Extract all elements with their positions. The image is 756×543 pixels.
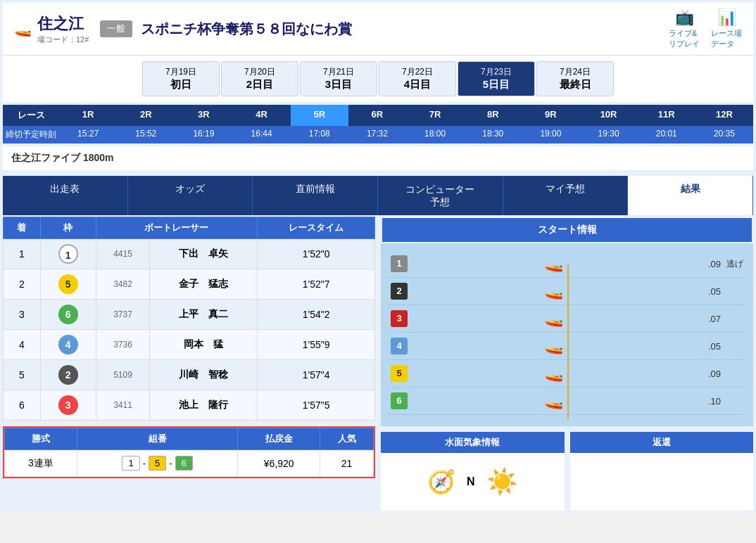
logo-area: 🚤 住之江 場コード：12# xyxy=(14,13,89,45)
race-data-label: レース場データ xyxy=(711,28,742,49)
racer-num-2: 3482 xyxy=(96,269,150,300)
racer-num-6: 3411 xyxy=(96,390,150,421)
table-row: 6 3 3411 池上 隆行 1'57"5 xyxy=(4,390,375,421)
race-5r[interactable]: 5R xyxy=(291,105,348,126)
date-text-0: 7月19日 xyxy=(160,66,202,78)
col-lane: 枠 xyxy=(40,217,96,239)
tab-computer-prediction[interactable]: コンピューター予想 xyxy=(378,176,503,215)
start-info-panel: スタート情報 xyxy=(381,217,753,243)
start-line xyxy=(567,264,569,419)
start-time-4: .05 xyxy=(700,341,721,352)
race-7r[interactable]: 7R xyxy=(406,105,464,126)
compass-icon: 🧭 xyxy=(427,468,455,495)
time-6r: 17:32 xyxy=(348,126,406,143)
combo-separator-2: - xyxy=(169,458,172,468)
racer-name-4: 岡本 猛 xyxy=(150,330,258,360)
race-12r[interactable]: 12R xyxy=(695,105,753,126)
logo-text: 住之江 xyxy=(37,13,89,34)
start-time-6: .10 xyxy=(700,396,721,407)
date-item-2[interactable]: 7月21日 3日目 xyxy=(300,61,377,96)
date-item-4[interactable]: 7月23日 5日目 xyxy=(458,61,535,96)
boat-icon-6: 🚤 xyxy=(544,392,563,410)
time-12r: 20:35 xyxy=(695,126,753,143)
sun-icon: ☀️ xyxy=(486,467,518,497)
race-time-3: 1'54"2 xyxy=(258,300,375,330)
start-time-3: .07 xyxy=(700,314,721,324)
combo-num-2: 5 xyxy=(149,456,166,471)
tab-my-prediction[interactable]: マイ予想 xyxy=(503,176,629,215)
date-item-0[interactable]: 7月19日 初日 xyxy=(142,61,220,96)
lane-3: 6 xyxy=(40,300,96,330)
payout-col-type: 勝式 xyxy=(5,428,77,450)
race-nav-header: レース 1R 2R 3R 4R 5R 6R 7R 8R 9R 10R 11R 1… xyxy=(3,105,753,126)
table-row: 1 1 4415 下出 卓矢 1'52"0 xyxy=(4,239,375,269)
race-9r[interactable]: 9R xyxy=(522,105,579,126)
tab-odds[interactable]: オッズ xyxy=(128,176,253,215)
date-item-3[interactable]: 7月22日 4日目 xyxy=(379,61,456,96)
col-time: レースタイム xyxy=(258,217,375,239)
race-1r[interactable]: 1R xyxy=(59,105,117,126)
racer-name-6: 池上 隆行 xyxy=(150,390,258,421)
start-num-2: 2 xyxy=(391,283,408,300)
start-time-2: .05 xyxy=(700,286,721,297)
race-time-2: 1'52"7 xyxy=(258,269,375,300)
race-11r[interactable]: 11R xyxy=(638,105,695,126)
day-text-0: 初日 xyxy=(160,78,202,91)
racer-name-5: 川崎 智稔 xyxy=(150,360,258,390)
col-rank: 着 xyxy=(4,217,41,239)
date-item-5[interactable]: 7月24日 最終日 xyxy=(536,61,614,96)
rank-1: 1 xyxy=(4,239,41,269)
race-title: スポニチ杯争奪第５８回なにわ賞 xyxy=(141,20,669,39)
lane-badge-4: 4 xyxy=(58,335,78,354)
start-num-5: 5 xyxy=(391,365,408,382)
tab-results[interactable]: 結果 xyxy=(628,176,753,215)
start-info-title: スタート情報 xyxy=(382,218,752,242)
payout-col-popularity: 人気 xyxy=(320,428,374,450)
boat-icon-5: 🚤 xyxy=(544,364,563,383)
header-icons: 📺 ライブ&リプレイ 📊 レース場データ xyxy=(669,8,742,49)
racer-num-1: 4415 xyxy=(96,239,150,269)
racer-name-3: 上平 真二 xyxy=(150,300,258,330)
race-4r[interactable]: 4R xyxy=(232,105,290,126)
table-row: 3 6 3737 上平 真二 1'54"2 xyxy=(4,300,375,330)
race-nav-times: 締切予定時刻 15:27 15:52 16:19 16:44 17:08 17:… xyxy=(3,126,753,143)
table-row: 4 4 3736 岡本 猛 1'55"9 xyxy=(4,330,375,360)
start-num-3: 3 xyxy=(391,310,408,327)
lane-badge-5: 2 xyxy=(58,365,78,385)
left-panel: 着 枠 ボートレーサー レースタイム 1 1 4415 下出 卓矢 1'52"0 xyxy=(3,217,375,511)
tab-race-card[interactable]: 出走表 xyxy=(3,176,128,215)
right-panel: スタート情報 1 🚤 .09 逃げ 2 xyxy=(381,217,753,511)
venue-info: 住之江ファイブ 1800m xyxy=(3,146,753,170)
date-text-2: 7月21日 xyxy=(317,66,360,78)
race-3r[interactable]: 3R xyxy=(175,105,232,126)
racer-num-5: 5109 xyxy=(96,360,150,390)
rank-4: 4 xyxy=(4,330,41,360)
start-boat-4: 🚤 xyxy=(413,337,694,355)
boat-icon-4: 🚤 xyxy=(544,337,563,355)
lane-badge-3: 6 xyxy=(58,305,78,324)
race-6r[interactable]: 6R xyxy=(348,105,406,126)
start-num-4: 4 xyxy=(391,338,408,354)
rank-3: 3 xyxy=(4,300,41,330)
live-replay-button[interactable]: 📺 ライブ&リプレイ xyxy=(669,8,700,49)
time-9r: 19:00 xyxy=(522,126,579,143)
race-8r[interactable]: 8R xyxy=(464,105,522,126)
race-2r[interactable]: 2R xyxy=(117,105,175,126)
boat-icon-3: 🚤 xyxy=(544,309,563,328)
racer-name-1: 下出 卓矢 xyxy=(150,239,258,269)
lane-6: 3 xyxy=(40,390,96,421)
race-navigation: レース 1R 2R 3R 4R 5R 6R 7R 8R 9R 10R 11R 1… xyxy=(3,105,753,143)
logo-sub: 場コード：12# xyxy=(37,34,89,45)
times-label: 締切予定時刻 xyxy=(3,126,59,143)
main-content: 着 枠 ボートレーサー レースタイム 1 1 4415 下出 卓矢 1'52"0 xyxy=(3,217,753,511)
start-boat-5: 🚤 xyxy=(413,364,694,383)
start-boat-6: 🚤 xyxy=(413,392,694,410)
tab-pre-info[interactable]: 直前情報 xyxy=(253,176,378,215)
combo-num-1: 1 xyxy=(122,456,139,471)
payout-type: 3連単 xyxy=(5,450,77,477)
race-data-button[interactable]: 📊 レース場データ xyxy=(711,8,742,49)
table-row: 2 5 3482 金子 猛志 1'52"7 xyxy=(4,269,375,300)
day-text-2: 3日目 xyxy=(317,78,360,91)
race-10r[interactable]: 10R xyxy=(579,105,637,126)
date-item-1[interactable]: 7月20日 2日目 xyxy=(221,61,298,96)
